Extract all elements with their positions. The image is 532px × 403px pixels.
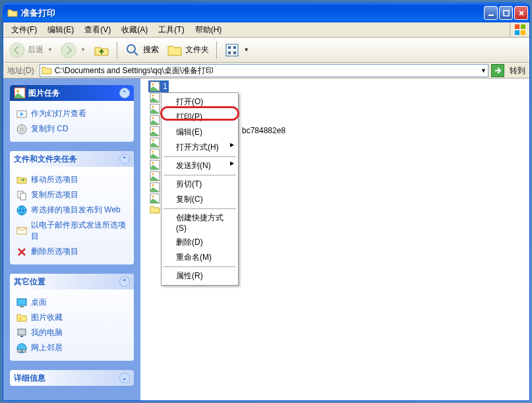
menu-edit[interactable]: 编辑(E) [42, 23, 79, 37]
collapse-icon[interactable]: ⌃ [119, 276, 130, 287]
folder-icon [7, 8, 18, 18]
cd-icon [16, 124, 27, 135]
svg-rect-12 [228, 51, 231, 54]
svg-point-8 [127, 45, 135, 53]
ctx-open-with[interactable]: 打开方式(H) [163, 140, 237, 155]
svg-rect-9 [226, 44, 238, 56]
close-button[interactable] [514, 6, 528, 20]
address-path: C:\Documents and Settings\qq\桌面\准备打印 [55, 65, 214, 77]
views-button[interactable]: ▼ [221, 40, 252, 60]
globe-icon [16, 205, 27, 216]
svg-rect-3 [521, 24, 525, 29]
forward-button[interactable]: ▼ [57, 40, 89, 60]
titlebar[interactable]: 准备打印 [3, 3, 529, 22]
desktop-link[interactable]: 桌面 [16, 295, 127, 310]
ctx-edit[interactable]: 编辑(E) [163, 125, 237, 140]
details-panel: 详细信息 ⌄ [10, 370, 134, 386]
panel-header[interactable]: 图片任务 ⌃ [10, 85, 134, 101]
svg-point-46 [152, 162, 154, 164]
image-file-icon [150, 137, 160, 148]
svg-rect-26 [18, 329, 26, 335]
ctx-open[interactable]: 打开(O) [163, 94, 237, 109]
ctx-create-shortcut[interactable]: 创建快捷方式(S) [163, 210, 237, 235]
file-item[interactable] [148, 181, 162, 193]
folders-label: 文件夹 [185, 44, 209, 55]
pictures-icon [16, 313, 27, 323]
file-item[interactable]: bc784882e8 [241, 125, 287, 136]
pictures-link[interactable]: 图片收藏 [16, 310, 127, 325]
up-button[interactable] [90, 40, 113, 60]
toolbar: 后退 ▼ ▼ 搜索 文件夹 ▼ [3, 38, 529, 63]
separator [216, 42, 217, 59]
ctx-delete[interactable]: 删除(D) [163, 235, 237, 250]
menu-tools[interactable]: 工具(T) [153, 23, 189, 37]
publish-link[interactable]: 将选择的项目发布到 Web [16, 202, 127, 218]
image-file-icon [150, 104, 160, 114]
back-button[interactable]: 后退 ▼ [6, 40, 56, 60]
file-item[interactable] [148, 125, 162, 137]
file-item[interactable] [148, 103, 162, 115]
network-link[interactable]: 网上邻居 [16, 340, 127, 356]
file-item[interactable] [148, 148, 162, 160]
ctx-copy[interactable]: 复制(C) [163, 192, 237, 207]
svg-point-42 [152, 140, 154, 142]
chevron-down-icon[interactable]: ▼ [481, 67, 487, 74]
expand-icon[interactable]: ⌄ [119, 373, 130, 383]
ctx-print[interactable]: 打印(P) [163, 109, 237, 125]
email-link[interactable]: 以电子邮件形式发送所选项目 [16, 218, 127, 244]
image-file-icon [150, 115, 160, 125]
folders-button[interactable]: 文件夹 [163, 40, 212, 60]
file-name: bc784882e8 [242, 126, 285, 135]
menu-file[interactable]: 文件(F) [6, 23, 42, 37]
delete-link[interactable]: 删除所选项目 [16, 244, 127, 259]
svg-point-36 [152, 106, 154, 108]
image-file-icon [150, 171, 160, 181]
panel-header[interactable]: 其它位置 ⌃ [10, 274, 134, 290]
menu-help[interactable]: 帮助(H) [190, 23, 227, 37]
svg-rect-29 [18, 350, 21, 352]
file-item[interactable] [148, 170, 162, 182]
menu-view[interactable]: 查看(V) [79, 23, 116, 37]
svg-point-38 [152, 117, 154, 119]
maximize-button[interactable] [499, 6, 513, 20]
address-input[interactable]: C:\Documents and Settings\qq\桌面\准备打印 ▼ [40, 64, 488, 77]
file-item[interactable] [148, 114, 162, 126]
svg-rect-5 [521, 30, 525, 35]
copy-link[interactable]: 复制所选项目 [16, 187, 127, 202]
content-area: 图片任务 ⌃ 作为幻灯片查看 复制到 CD 文件和文件夹任务 [3, 78, 529, 400]
minimize-button[interactable] [484, 6, 498, 20]
go-button[interactable] [491, 64, 504, 77]
svg-rect-20 [20, 193, 26, 200]
panel-header[interactable]: 详细信息 ⌄ [10, 370, 134, 386]
other-places-panel: 其它位置 ⌃ 桌面 图片收藏 我的电脑 网上邻居 [10, 274, 134, 361]
svg-point-32 [152, 84, 154, 86]
file-item[interactable] [148, 137, 162, 148]
search-icon [125, 42, 140, 58]
panel-header[interactable]: 文件和文件夹任务 ⌃ [10, 151, 134, 167]
panel-title: 其它位置 [14, 276, 45, 288]
ctx-properties[interactable]: 属性(R) [163, 268, 237, 284]
file-item[interactable] [148, 159, 162, 171]
svg-rect-1 [504, 11, 509, 16]
search-button[interactable]: 搜索 [121, 40, 162, 60]
address-bar: 地址(D) C:\Documents and Settings\qq\桌面\准备… [3, 63, 529, 78]
move-icon [16, 175, 27, 185]
file-item[interactable]: 1 [148, 80, 169, 92]
ctx-cut[interactable]: 剪切(T) [163, 177, 237, 192]
copy-cd-link[interactable]: 复制到 CD [16, 121, 127, 137]
file-item[interactable] [148, 193, 162, 204]
computer-link[interactable]: 我的电脑 [16, 325, 127, 340]
file-item[interactable] [148, 204, 162, 216]
menu-favorites[interactable]: 收藏(A) [116, 23, 153, 37]
delete-icon [16, 247, 27, 257]
collapse-icon[interactable]: ⌃ [119, 88, 130, 98]
move-link[interactable]: 移动所选项目 [16, 172, 127, 187]
separator [163, 208, 236, 209]
ctx-rename[interactable]: 重命名(M) [163, 250, 237, 265]
ctx-send-to[interactable]: 发送到(N) [163, 158, 237, 173]
file-item[interactable] [148, 92, 162, 104]
svg-point-15 [16, 90, 19, 92]
slideshow-link[interactable]: 作为幻灯片查看 [16, 106, 127, 121]
collapse-icon[interactable]: ⌃ [119, 154, 130, 164]
svg-rect-4 [515, 30, 519, 35]
